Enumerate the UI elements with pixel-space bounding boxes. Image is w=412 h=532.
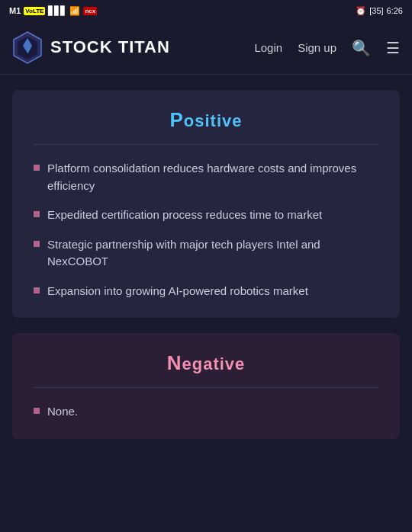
bullet-icon (34, 211, 40, 217)
negative-section: Negative None. (12, 333, 400, 439)
positive-section: Positive Platform consolidation reduces … (12, 90, 400, 318)
nav-links: Login Sign up 🔍 ☰ (254, 39, 400, 57)
list-item: Platform consolidation reduces hardware … (34, 160, 378, 194)
positive-title-first: P (169, 108, 183, 131)
negative-list: None. (34, 403, 378, 421)
menu-icon[interactable]: ☰ (386, 39, 400, 57)
negative-title-rest: egative (182, 354, 245, 373)
positive-item-3: Strategic partnership with major tech pl… (47, 236, 378, 271)
list-item: Expansion into growing AI-powered roboti… (34, 283, 378, 300)
ncx-badge: ncx (83, 7, 97, 15)
status-bar: M1 VoLTE ▋▋▋ 📶 ncx ⏰ [35] 6:26 (0, 0, 412, 21)
negative-item-1: None. (47, 403, 78, 421)
positive-divider (34, 144, 378, 145)
status-left: M1 VoLTE ▋▋▋ 📶 ncx (9, 6, 97, 16)
positive-title: Positive (34, 108, 378, 132)
wifi-icon: 📶 (69, 6, 80, 16)
negative-title: Negative (34, 351, 378, 375)
volte-badge: VoLTE (24, 7, 45, 15)
navbar: STOCK TITAN Login Sign up 🔍 ☰ (0, 21, 412, 75)
status-right: ⏰ [35] 6:26 (356, 6, 403, 16)
time-display: 6:26 (387, 6, 403, 15)
bullet-icon (34, 241, 40, 247)
bullet-icon (34, 408, 40, 414)
carrier-label: M1 (9, 6, 21, 15)
main-content: Positive Platform consolidation reduces … (0, 75, 412, 470)
signal-bars: ▋▋▋ (48, 6, 66, 16)
positive-title-rest: ositive (184, 111, 243, 130)
positive-item-4: Expansion into growing AI-powered roboti… (47, 283, 308, 300)
negative-title-first: N (167, 351, 182, 374)
logo-area: STOCK TITAN (12, 30, 254, 65)
positive-list: Platform consolidation reduces hardware … (34, 160, 378, 300)
list-item: Expedited certification process reduces … (34, 207, 378, 224)
alarm-icon: ⏰ (356, 6, 366, 16)
bullet-icon (34, 165, 40, 171)
logo-text: STOCK TITAN (50, 38, 170, 56)
list-item: None. (34, 403, 378, 421)
battery-indicator: [35] (369, 6, 383, 15)
negative-divider (34, 387, 378, 388)
positive-item-2: Expedited certification process reduces … (47, 207, 322, 224)
logo-icon (12, 30, 43, 65)
login-link[interactable]: Login (254, 41, 282, 54)
list-item: Strategic partnership with major tech pl… (34, 236, 378, 271)
signup-link[interactable]: Sign up (298, 41, 336, 54)
search-icon[interactable]: 🔍 (352, 39, 371, 57)
positive-item-1: Platform consolidation reduces hardware … (47, 160, 378, 194)
bullet-icon (34, 287, 40, 293)
